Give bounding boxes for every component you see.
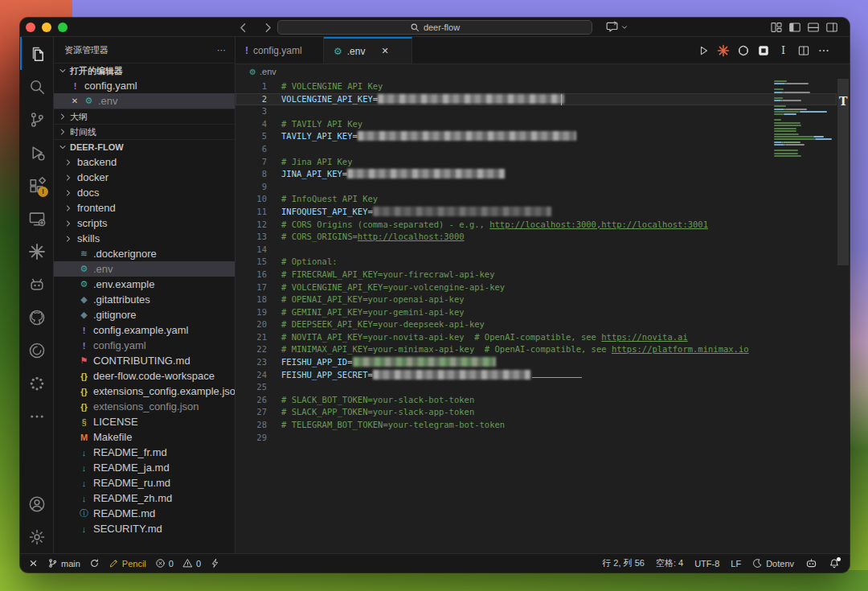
- status-copilot[interactable]: [805, 557, 817, 569]
- minimize-window-button[interactable]: [42, 23, 51, 32]
- open-editor-config.yaml[interactable]: !config.yaml: [54, 78, 235, 93]
- tree-file-.env[interactable]: ⚙.env: [54, 261, 235, 277]
- code-line-26[interactable]: 26# SLACK_BOT_TOKEN=your-slack-bot-token: [235, 394, 837, 407]
- tree-file-LICENSE[interactable]: §LICENSE: [54, 414, 235, 429]
- tree-file-config.yaml[interactable]: !config.yaml: [54, 338, 235, 353]
- status-git-branch[interactable]: main: [47, 558, 80, 568]
- status-remote-indicator[interactable]: [28, 558, 39, 568]
- code-line-23[interactable]: 23FEISHU_APP_ID=: [235, 356, 837, 369]
- tree-file-README_ru.md[interactable]: ↓README_ru.md: [54, 475, 235, 490]
- status-cursor-position[interactable]: 行 2, 列 56: [602, 557, 645, 569]
- link-text[interactable]: https://platform.minimax.io: [612, 344, 749, 354]
- code-line-14[interactable]: 14: [235, 244, 837, 257]
- status-pencil-extension[interactable]: Pencil: [108, 558, 146, 568]
- status-eol[interactable]: LF: [731, 559, 741, 568]
- tree-folder-scripts[interactable]: scripts: [54, 215, 235, 231]
- starburst-orange-icon[interactable]: [716, 43, 730, 57]
- status-encoding[interactable]: UTF-8: [694, 559, 719, 568]
- minimap[interactable]: [772, 80, 834, 531]
- activity-bar-item-extensions[interactable]: !: [20, 169, 53, 202]
- code-line-15[interactable]: 15# Optional:: [235, 256, 837, 269]
- code-line-11[interactable]: 11INFOQUEST_API_KEY=: [235, 206, 837, 219]
- activity-bar-item-run-and-debug[interactable]: [20, 136, 53, 169]
- openai-icon[interactable]: [736, 43, 750, 57]
- code-line-18[interactable]: 18# OPENAI_API_KEY=your-openai-api-key: [235, 293, 837, 306]
- activity-bar-item-github[interactable]: [20, 301, 53, 334]
- code-line-13[interactable]: 13# CORS_ORIGINS=http://localhost:3000: [235, 231, 837, 244]
- explorer-more-actions-icon[interactable]: ⋯: [217, 45, 227, 55]
- link-text[interactable]: https://novita.ai: [601, 332, 687, 342]
- code-line-12[interactable]: 12# CORS Origins (comma-separated) - e.g…: [235, 219, 837, 232]
- code-line-4[interactable]: 4# TAVILY API Key: [235, 118, 837, 131]
- tree-file-README_fr.md[interactable]: ↓README_fr.md: [54, 445, 235, 460]
- outline-section[interactable]: 大纲: [54, 109, 235, 124]
- status-indentation[interactable]: 空格: 4: [656, 557, 683, 569]
- tree-folder-docs[interactable]: docs: [54, 185, 235, 200]
- status-warnings[interactable]: 0: [182, 558, 201, 568]
- code-line-6[interactable]: 6: [235, 143, 837, 156]
- tree-file-Makefile[interactable]: MMakefile: [54, 429, 235, 445]
- code-line-7[interactable]: 7# Jina API Key: [235, 156, 837, 169]
- play-icon[interactable]: [696, 43, 710, 57]
- code-line-5[interactable]: 5TAVILY_API_KEY=: [235, 130, 837, 143]
- close-icon[interactable]: ✕: [70, 96, 80, 105]
- close-icon[interactable]: ✕: [381, 46, 388, 56]
- open-editor-.env[interactable]: ✕⚙.env: [54, 93, 235, 109]
- command-center-search[interactable]: deer-flow: [277, 20, 592, 35]
- code-line-17[interactable]: 17# VOLCENGINE_API_KEY=your-volcengine-a…: [235, 281, 837, 294]
- activity-bar-item-remote-explorer[interactable]: [20, 202, 53, 235]
- tree-file-CONTRIBUTING.md[interactable]: ⚑CONTRIBUTING.md: [54, 353, 235, 368]
- close-window-button[interactable]: [26, 23, 35, 32]
- ibeam-icon[interactable]: I: [776, 43, 790, 57]
- code-line-3[interactable]: 3: [235, 105, 837, 118]
- screencast-icon[interactable]: [756, 43, 770, 57]
- breadcrumb[interactable]: ⚙ .env: [235, 64, 850, 79]
- code-line-10[interactable]: 10# InfoQuest API Key: [235, 193, 837, 206]
- code-line-20[interactable]: 20# DEEPSEEK_API_KEY=your-deepseek-api-k…: [235, 318, 837, 331]
- status-notifications[interactable]: [829, 558, 840, 569]
- status-language-mode[interactable]: Dotenv: [752, 558, 794, 568]
- back-icon[interactable]: [235, 20, 250, 35]
- activity-bar-item-robot-extension[interactable]: [20, 268, 53, 301]
- chat-toggle-button[interactable]: [605, 20, 628, 34]
- activity-bar-item-account[interactable]: [20, 487, 53, 520]
- tree-file-deer-flow.code-workspace[interactable]: {}deer-flow.code-workspace: [54, 368, 235, 384]
- tree-file-README_ja.md[interactable]: ↓README_ja.md: [54, 460, 235, 475]
- code-line-21[interactable]: 21# NOVITA_API_KEY=your-novita-api-key #…: [235, 331, 837, 344]
- tree-folder-frontend[interactable]: frontend: [54, 200, 235, 215]
- status-sync[interactable]: [89, 558, 100, 568]
- code-line-28[interactable]: 28# TELEGRAM_BOT_TOKEN=your-telegram-bot…: [235, 419, 837, 432]
- timeline-section[interactable]: 时间线: [54, 124, 235, 139]
- zoom-window-button[interactable]: [58, 23, 68, 32]
- code-line-9[interactable]: 9: [235, 181, 837, 194]
- tree-folder-docker[interactable]: docker: [54, 170, 235, 185]
- tab-config.yaml[interactable]: !config.yaml: [235, 37, 324, 64]
- activity-bar-item-settings[interactable]: [20, 520, 53, 553]
- forward-icon[interactable]: [260, 20, 275, 35]
- tree-folder-skills[interactable]: skills: [54, 231, 235, 246]
- code-area[interactable]: 1# VOLCENGINE API Key2VOLCENGINE_API_KEY…: [235, 79, 850, 553]
- activity-bar-item-explorer[interactable]: [20, 37, 53, 70]
- tree-file-.env.example[interactable]: ⚙.env.example: [54, 277, 235, 292]
- status-errors[interactable]: 0: [155, 558, 174, 568]
- code-line-27[interactable]: 27# SLACK_APP_TOKEN=your-slack-app-token: [235, 406, 837, 419]
- tree-file-extensions_config.example.json[interactable]: {}extensions_config.example.json: [54, 384, 235, 399]
- tree-file-.gitignore[interactable]: ◆.gitignore: [54, 307, 235, 322]
- tree-file-README.md[interactable]: ⓘREADME.md: [54, 506, 235, 521]
- activity-bar-item-search[interactable]: [20, 70, 53, 103]
- project-root-section[interactable]: DEER-FLOW: [54, 139, 235, 154]
- split-icon[interactable]: [796, 43, 810, 57]
- code-line-25[interactable]: 25: [235, 381, 837, 394]
- activity-bar-item-flower-extension[interactable]: [20, 367, 53, 400]
- layout-bottom-icon[interactable]: [807, 21, 820, 34]
- activity-bar-item-more-views[interactable]: [20, 400, 53, 433]
- tree-file-.dockerignore[interactable]: ≋.dockerignore: [54, 246, 235, 261]
- open-editors-section[interactable]: 打开的编辑器: [54, 63, 235, 78]
- code-line-16[interactable]: 16# FIRECRAWL_API_KEY=your-firecrawl-api…: [235, 269, 837, 281]
- link-text[interactable]: http://localhost:3000: [358, 232, 465, 241]
- tree-file-SECURITY.md[interactable]: ↓SECURITY.md: [54, 521, 235, 536]
- ellipsis-icon[interactable]: [817, 43, 830, 57]
- code-line-22[interactable]: 22# MINIMAX_API_KEY=your-minimax-api-key…: [235, 343, 837, 356]
- tree-file-README_zh.md[interactable]: ↓README_zh.md: [54, 490, 235, 506]
- tree-file-config.example.yaml[interactable]: !config.example.yaml: [54, 322, 235, 338]
